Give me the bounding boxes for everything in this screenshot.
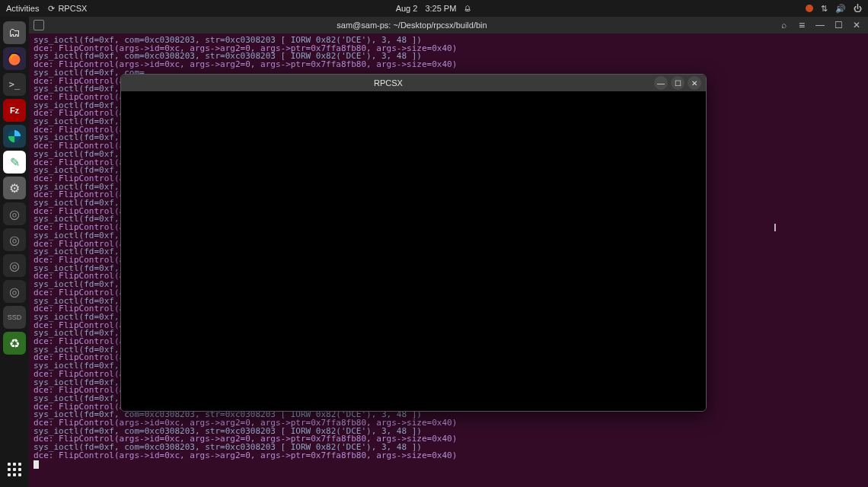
activities-button[interactable]: Activities xyxy=(6,4,39,13)
filezilla-icon[interactable]: Fz xyxy=(3,99,26,122)
notification-icon: 🕭 xyxy=(464,4,472,13)
rpcsx-viewport xyxy=(121,91,706,411)
files-icon[interactable]: 🗂 xyxy=(3,21,26,44)
terminal-cursor-line xyxy=(34,460,863,471)
terminal-icon[interactable]: >_ xyxy=(3,73,26,96)
network-icon[interactable]: ⇅ xyxy=(821,4,828,14)
search-button[interactable] xyxy=(777,18,790,32)
disk1-icon[interactable]: ◎ xyxy=(3,202,26,225)
date-label: Aug 2 xyxy=(396,4,418,13)
disk2-icon[interactable]: ◎ xyxy=(3,228,26,251)
rpcsx-window: RPCSX — ☐ ✕ xyxy=(120,74,707,412)
rpcsx-maximize-button[interactable]: ☐ xyxy=(671,76,685,90)
volume-icon[interactable]: 🔊 xyxy=(835,4,846,14)
terminal-headerbar: sam@sam-ps: ~/Desktop/rpcsx/build/bin ≡ … xyxy=(29,17,868,33)
app-menu[interactable]: ⟳ RPCSX xyxy=(48,4,87,14)
gnome-topbar: Activities ⟳ RPCSX Aug 2 3:25 PM 🕭 ⇅ 🔊 ⏻ xyxy=(0,0,868,17)
time-label: 3:25 PM xyxy=(425,4,456,13)
rpcsx-close-button[interactable]: ✕ xyxy=(688,76,701,90)
window-maximize-button[interactable]: ☐ xyxy=(831,18,845,32)
disk3-icon[interactable]: ◎ xyxy=(3,254,26,277)
ssd-icon[interactable]: SSD xyxy=(3,306,26,329)
rpcsx-minimize-button[interactable]: — xyxy=(654,76,668,90)
dock: 🗂 >_ Fz ✎ ⚙ ◎ ◎ ◎ ◎ SSD ♻ xyxy=(0,17,29,487)
hamburger-menu-button[interactable]: ≡ xyxy=(795,18,809,32)
terminal-line: dce: FlipControl(args->id=0xc, args->arg… xyxy=(34,61,863,69)
app-icon: ⟳ xyxy=(48,4,55,14)
terminal-title: sam@sam-ps: ~/Desktop/rpcsx/build/bin xyxy=(52,21,772,30)
window-close-button[interactable]: ✕ xyxy=(850,18,863,32)
terminal-line: dce: FlipControl(args->id=0xc, args->arg… xyxy=(34,452,863,460)
trash-icon[interactable]: ♻ xyxy=(3,332,26,355)
terminal-cursor xyxy=(34,460,39,469)
window-minimize-button[interactable]: — xyxy=(813,18,827,32)
settings-icon[interactable]: ⚙ xyxy=(3,177,26,199)
text-caret: I xyxy=(774,221,774,232)
rpcsx-titlebar[interactable]: RPCSX — ☐ ✕ xyxy=(121,75,706,91)
editor-icon[interactable]: ✎ xyxy=(3,151,26,173)
clock-area[interactable]: Aug 2 3:25 PM 🕭 xyxy=(396,4,473,13)
browser-icon[interactable] xyxy=(3,125,26,148)
app-menu-label: RPCSX xyxy=(58,4,87,13)
power-icon[interactable]: ⏻ xyxy=(854,4,862,13)
show-applications-button[interactable] xyxy=(3,458,26,481)
rpcsx-title: RPCSX xyxy=(126,78,651,88)
screen-record-indicator[interactable] xyxy=(806,5,813,12)
disk4-icon[interactable]: ◎ xyxy=(3,280,26,303)
new-tab-button[interactable] xyxy=(34,20,44,30)
firefox-icon[interactable] xyxy=(3,47,26,70)
